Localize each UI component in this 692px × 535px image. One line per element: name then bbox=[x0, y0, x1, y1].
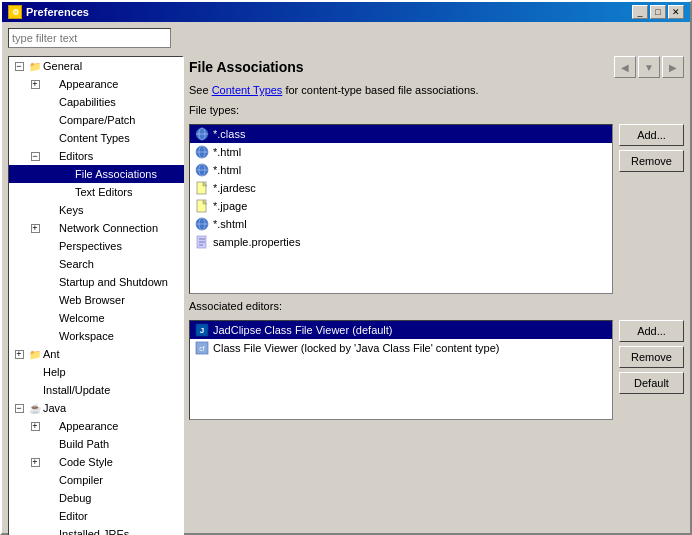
item-icon bbox=[43, 328, 59, 344]
editors-list[interactable]: J JadClipse Class File Viewer (default) … bbox=[189, 320, 613, 420]
expand-icon: + bbox=[27, 418, 43, 434]
expand-icon: − bbox=[11, 400, 27, 416]
sidebar-item-build-path[interactable]: Build Path bbox=[9, 435, 184, 453]
list-item[interactable]: *.jpage bbox=[190, 197, 612, 215]
sidebar-item-text-editors[interactable]: Text Editors bbox=[9, 183, 184, 201]
svg-text:J: J bbox=[200, 326, 204, 335]
file-types-list[interactable]: *.class *.html *.html bbox=[189, 124, 613, 294]
sidebar-item-label: Appearance bbox=[59, 420, 118, 432]
list-item[interactable]: *.shtml bbox=[190, 215, 612, 233]
add-editor-button[interactable]: Add... bbox=[619, 320, 684, 342]
sidebar-item-perspectives[interactable]: Perspectives bbox=[9, 237, 184, 255]
spacer bbox=[11, 364, 27, 380]
nav-forward-button[interactable]: ▶ bbox=[662, 56, 684, 78]
list-item[interactable]: *.class bbox=[190, 125, 612, 143]
sidebar-item-label: Help bbox=[43, 366, 66, 378]
sidebar-item-startup-shutdown[interactable]: Startup and Shutdown bbox=[9, 273, 184, 291]
sidebar-item-general[interactable]: − 📁 General bbox=[9, 57, 184, 75]
list-item[interactable]: J JadClipse Class File Viewer (default) bbox=[190, 321, 612, 339]
sidebar-item-install-update[interactable]: Install/Update bbox=[9, 381, 184, 399]
sidebar-item-editors[interactable]: − Editors bbox=[9, 147, 184, 165]
globe-icon bbox=[194, 162, 210, 178]
sidebar-item-label: Capabilities bbox=[59, 96, 116, 108]
maximize-button[interactable]: □ bbox=[650, 5, 666, 19]
svg-text:cf: cf bbox=[199, 345, 205, 352]
expand-icon: + bbox=[11, 346, 27, 362]
item-icon bbox=[43, 148, 59, 164]
sidebar-item-welcome[interactable]: Welcome bbox=[9, 309, 184, 327]
sidebar-item-search[interactable]: Search bbox=[9, 255, 184, 273]
close-button[interactable]: ✕ bbox=[668, 5, 684, 19]
default-button[interactable]: Default bbox=[619, 372, 684, 394]
jadclipse-icon: J bbox=[194, 322, 210, 338]
content-types-link[interactable]: Content Types bbox=[212, 84, 283, 96]
spacer bbox=[27, 292, 43, 308]
sidebar-tree: − 📁 General + Appearance Capabilities bbox=[9, 57, 184, 535]
sidebar-item-label: Appearance bbox=[59, 78, 118, 90]
sidebar-item-web-browser[interactable]: Web Browser bbox=[9, 291, 184, 309]
item-icon bbox=[43, 454, 59, 470]
expand-icon: + bbox=[27, 454, 43, 470]
spacer bbox=[27, 328, 43, 344]
sidebar-item-workspace[interactable]: Workspace bbox=[9, 327, 184, 345]
search-input[interactable] bbox=[8, 28, 171, 48]
item-icon bbox=[43, 220, 59, 236]
sidebar-item-installed-jres[interactable]: Installed JREs bbox=[9, 525, 184, 535]
list-item[interactable]: *.html bbox=[190, 143, 612, 161]
remove-editor-button[interactable]: Remove bbox=[619, 346, 684, 368]
sidebar-item-debug[interactable]: Debug bbox=[9, 489, 184, 507]
title-bar-controls: _ □ ✕ bbox=[632, 5, 684, 19]
sidebar-item-capabilities[interactable]: Capabilities bbox=[9, 93, 184, 111]
nav-back-button[interactable]: ◀ bbox=[614, 56, 636, 78]
file-type-name: *.jpage bbox=[213, 200, 247, 212]
spacer bbox=[27, 238, 43, 254]
sidebar-item-network-connection[interactable]: + Network Connection bbox=[9, 219, 184, 237]
sidebar-item-appearance[interactable]: + Appearance bbox=[9, 75, 184, 93]
spacer bbox=[27, 256, 43, 272]
item-icon bbox=[27, 382, 43, 398]
list-item[interactable]: sample.properties bbox=[190, 233, 612, 251]
spacer bbox=[27, 130, 43, 146]
file-icon bbox=[194, 180, 210, 196]
editor-name: Class File Viewer (locked by 'Java Class… bbox=[213, 342, 499, 354]
sidebar-item-editor[interactable]: Editor bbox=[9, 507, 184, 525]
add-file-type-button[interactable]: Add... bbox=[619, 124, 684, 146]
sidebar-item-label: Debug bbox=[59, 492, 91, 504]
globe-icon bbox=[194, 126, 210, 142]
globe-icon bbox=[194, 144, 210, 160]
spacer bbox=[27, 94, 43, 110]
list-item[interactable]: cf Class File Viewer (locked by 'Java Cl… bbox=[190, 339, 612, 357]
spacer bbox=[43, 166, 59, 182]
remove-file-type-button[interactable]: Remove bbox=[619, 150, 684, 172]
globe-icon bbox=[194, 216, 210, 232]
file-type-name: *.jardesc bbox=[213, 182, 256, 194]
sidebar-item-java[interactable]: − ☕ Java bbox=[9, 399, 184, 417]
sidebar-item-label: Install/Update bbox=[43, 384, 110, 396]
main-area: − 📁 General + Appearance Capabilities bbox=[8, 56, 684, 535]
sidebar-item-label: Network Connection bbox=[59, 222, 158, 234]
sidebar-item-compiler[interactable]: Compiler bbox=[9, 471, 184, 489]
expand-icon: − bbox=[27, 148, 43, 164]
sidebar-item-label: Welcome bbox=[59, 312, 105, 324]
sidebar-item-keys[interactable]: Keys bbox=[9, 201, 184, 219]
item-icon bbox=[43, 490, 59, 506]
spacer bbox=[27, 472, 43, 488]
minimize-button[interactable]: _ bbox=[632, 5, 648, 19]
sidebar-item-code-style[interactable]: + Code Style bbox=[9, 453, 184, 471]
sidebar-item-compare-patch[interactable]: Compare/Patch bbox=[9, 111, 184, 129]
spacer bbox=[43, 184, 59, 200]
sidebar-item-help[interactable]: Help bbox=[9, 363, 184, 381]
folder-icon: 📁 bbox=[27, 58, 43, 74]
sidebar-item-label: Code Style bbox=[59, 456, 113, 468]
list-item[interactable]: *.html bbox=[190, 161, 612, 179]
sidebar-item-java-appearance[interactable]: + Appearance bbox=[9, 417, 184, 435]
sidebar-item-ant[interactable]: + 📁 Ant bbox=[9, 345, 184, 363]
sidebar-item-label: Ant bbox=[43, 348, 60, 360]
item-icon bbox=[43, 418, 59, 434]
list-item[interactable]: *.jardesc bbox=[190, 179, 612, 197]
sidebar-item-label: Text Editors bbox=[75, 186, 132, 198]
sidebar-item-content-types[interactable]: Content Types bbox=[9, 129, 184, 147]
spacer bbox=[27, 274, 43, 290]
spacer bbox=[27, 112, 43, 128]
sidebar-item-file-associations[interactable]: File Associations bbox=[9, 165, 184, 183]
